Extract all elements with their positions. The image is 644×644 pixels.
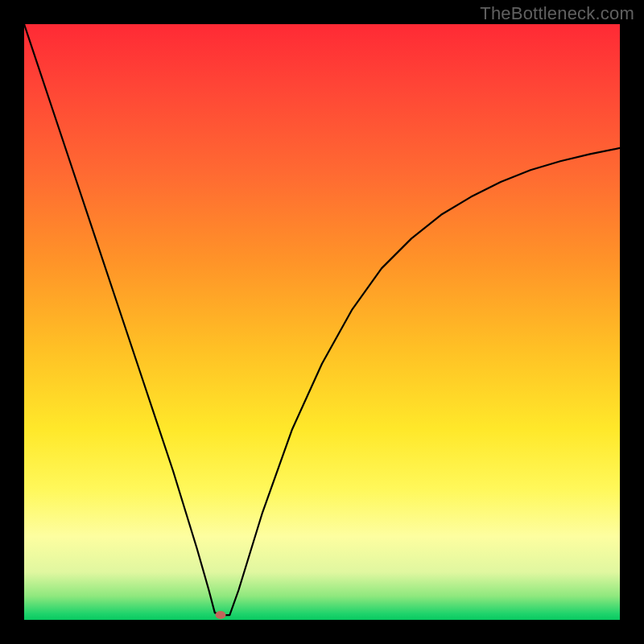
watermark-text: TheBottleneck.com xyxy=(480,3,634,24)
optimum-marker-icon xyxy=(216,611,226,619)
bottleneck-curve xyxy=(24,24,620,620)
chart-frame: TheBottleneck.com xyxy=(0,0,644,644)
plot-area xyxy=(24,24,620,620)
